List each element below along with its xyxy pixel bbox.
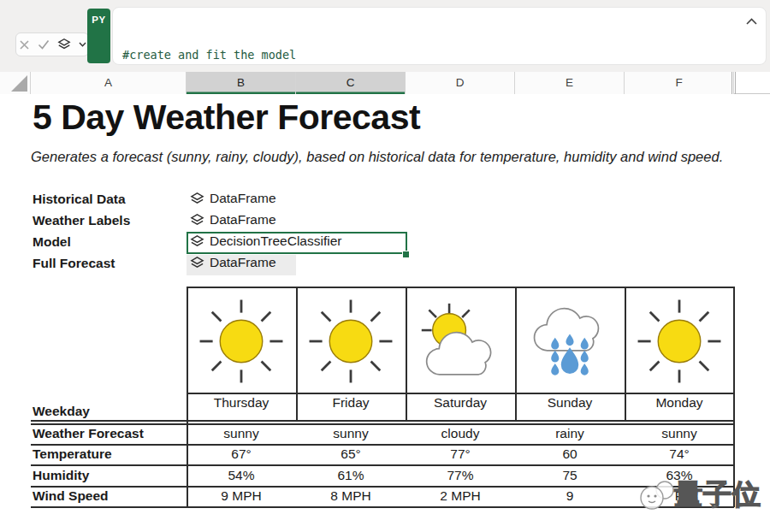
- sunny-icon: [193, 293, 289, 389]
- column-headers: A B C D E F: [0, 72, 770, 94]
- weekday-cell[interactable]: Friday: [296, 395, 406, 411]
- param-value-text: DataFrame: [210, 191, 276, 206]
- temperature-cell[interactable]: 67°: [187, 446, 296, 462]
- row-label-wind-speed[interactable]: Wind Speed: [33, 488, 109, 504]
- column-header-d[interactable]: D: [406, 72, 515, 94]
- grid-line: [187, 287, 734, 288]
- param-value-weather-labels[interactable]: DataFrame: [190, 212, 276, 228]
- param-value-historical-data[interactable]: DataFrame: [190, 191, 276, 206]
- column-header-c[interactable]: C: [296, 72, 406, 94]
- param-value-text: DataFrame: [210, 212, 276, 228]
- wind-cell[interactable]: 9: [515, 488, 625, 504]
- humidity-cell[interactable]: 63%: [625, 468, 734, 483]
- column-header-a[interactable]: A: [31, 72, 187, 94]
- wind-cell[interactable]: 9 MPH: [187, 488, 296, 504]
- grid-line: [31, 420, 734, 422]
- column-header-f[interactable]: F: [625, 72, 734, 94]
- grid-line: [31, 444, 734, 446]
- forecast-cell[interactable]: sunny: [625, 426, 734, 441]
- formula-bar-area: PY #create and fit the model model = Dec…: [0, 0, 770, 72]
- formula-input[interactable]: #create and fit the model model = Decisi…: [112, 7, 767, 65]
- grid-line: [31, 486, 734, 488]
- row-label-temperature[interactable]: Temperature: [33, 446, 112, 462]
- humidity-cell[interactable]: 77%: [406, 468, 515, 483]
- weather-icon-cell[interactable]: [515, 289, 625, 393]
- enter-check-icon[interactable]: [38, 39, 50, 50]
- temperature-cell[interactable]: 77°: [406, 446, 515, 462]
- column-header-e[interactable]: E: [515, 72, 625, 94]
- grid-line: [31, 506, 734, 508]
- param-value-full-forecast[interactable]: DataFrame: [190, 255, 276, 270]
- forecast-cell[interactable]: rainy: [515, 426, 625, 441]
- param-label-historical-data[interactable]: Historical Data: [33, 192, 126, 207]
- grid-line: [31, 464, 734, 466]
- param-label-full-forecast[interactable]: Full Forecast: [33, 256, 115, 271]
- weekday-cell[interactable]: Sunday: [515, 395, 625, 411]
- sunny-icon: [631, 293, 727, 389]
- partly-cloudy-icon: [412, 293, 508, 389]
- forecast-cell[interactable]: sunny: [296, 426, 406, 441]
- chevron-down-icon[interactable]: [79, 42, 86, 47]
- grid-line: [31, 423, 734, 425]
- humidity-cell[interactable]: 75: [515, 468, 625, 483]
- weekday-cell[interactable]: Monday: [625, 395, 734, 411]
- collapse-formula-bar-icon[interactable]: [746, 13, 757, 28]
- cell-selection-border: [187, 232, 407, 254]
- sunny-icon: [303, 293, 399, 389]
- selection-fill-handle[interactable]: [402, 251, 410, 258]
- wind-cell[interactable]: 2 MPH: [406, 488, 515, 504]
- param-value-text: DataFrame: [210, 255, 276, 270]
- weather-icon-cell[interactable]: [406, 289, 515, 393]
- wind-cell[interactable]: P: [625, 488, 734, 504]
- select-all-triangle: [11, 75, 27, 92]
- weekday-cell[interactable]: Thursday: [187, 395, 296, 411]
- python-object-icon[interactable]: [57, 38, 71, 51]
- temperature-cell[interactable]: 65°: [296, 446, 406, 462]
- temperature-cell[interactable]: 60: [515, 446, 625, 462]
- forecast-cell[interactable]: cloudy: [406, 426, 515, 441]
- humidity-cell[interactable]: 54%: [187, 468, 296, 483]
- row-label-humidity[interactable]: Humidity: [33, 468, 89, 483]
- formula-toolbar: [15, 33, 89, 56]
- select-all-corner[interactable]: [0, 72, 31, 94]
- weekday-cell[interactable]: Saturday: [406, 395, 515, 411]
- weather-icon-cell[interactable]: [187, 289, 296, 393]
- param-label-model[interactable]: Model: [33, 234, 71, 250]
- row-label-weekday[interactable]: Weekday: [33, 404, 90, 419]
- python-badge: PY: [87, 9, 110, 63]
- param-label-weather-labels[interactable]: Weather Labels: [33, 213, 130, 228]
- sheet-title[interactable]: 5 Day Weather Forecast: [33, 98, 420, 138]
- code-line: #create and fit the model: [122, 46, 414, 64]
- excel-window: PY #create and fit the model model = Dec…: [0, 0, 770, 532]
- weather-icon-cell[interactable]: [296, 289, 406, 393]
- cancel-icon[interactable]: [19, 39, 30, 50]
- rainy-icon: [522, 293, 618, 389]
- python-object-icon: [190, 213, 204, 228]
- python-object-icon: [190, 256, 204, 270]
- python-object-icon: [190, 192, 204, 206]
- row-label-forecast[interactable]: Weather Forecast: [33, 426, 144, 441]
- humidity-cell[interactable]: 61%: [296, 468, 406, 483]
- worksheet: 5 Day Weather Forecast Generates a forec…: [0, 94, 770, 532]
- wind-cell[interactable]: 8 MPH: [296, 488, 406, 504]
- forecast-cell[interactable]: sunny: [187, 426, 296, 441]
- column-header-b[interactable]: B: [187, 72, 296, 94]
- temperature-cell[interactable]: 74°: [625, 446, 734, 462]
- weather-icon-cell[interactable]: [625, 289, 734, 393]
- sheet-subtitle[interactable]: Generates a forecast (sunny, rainy, clou…: [31, 149, 723, 165]
